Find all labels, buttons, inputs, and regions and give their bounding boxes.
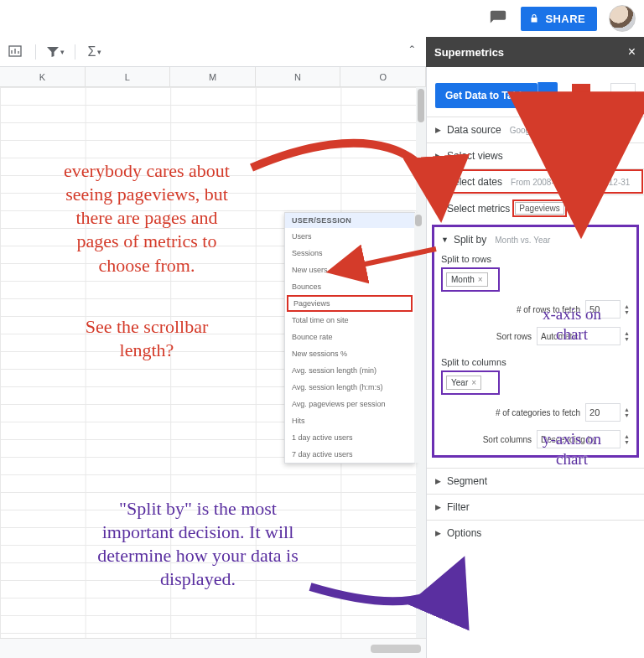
column-header[interactable]: O: [340, 67, 426, 86]
chevron-right-icon: ▶: [435, 152, 442, 160]
collapse-select-dates[interactable]: ▶ Select dates From 2008-01-01 to 2018-1…: [427, 168, 644, 194]
collapse-toolbar-icon[interactable]: ˆ: [410, 44, 414, 60]
stepper-icon[interactable]: ▲▼: [624, 303, 630, 315]
get-data-button[interactable]: Get Data to Table: [435, 83, 538, 108]
dropdown-header: USER/SESSION: [285, 213, 414, 228]
dropdown-item[interactable]: Avg. pageviews per session: [285, 396, 414, 412]
remove-token-icon[interactable]: ×: [478, 275, 483, 284]
dropdown-item[interactable]: Bounces: [285, 278, 414, 295]
annotation-text: See the scrollbarlength?: [50, 315, 243, 362]
annotation-text: x-axis onchart: [522, 304, 622, 345]
sheet-toolbar: ▾ Σ▾ ˆ: [0, 37, 426, 67]
stepper-icon[interactable]: ▲▼: [624, 433, 630, 445]
dropdown-item[interactable]: Pageviews: [287, 295, 413, 312]
window-topbar: SHARE: [0, 0, 644, 37]
collapse-data-source[interactable]: ▶ Data source Google Analytics: bwhiston…: [427, 117, 644, 142]
dropdown-item[interactable]: 7 day active users: [285, 446, 414, 463]
dropdown-item[interactable]: Bounce rate: [285, 329, 414, 345]
share-button[interactable]: SHARE: [521, 7, 597, 31]
column-header-row: K L M N O: [0, 67, 426, 87]
sheet-bottombar: [0, 638, 426, 658]
dropdown-item[interactable]: Users: [285, 228, 414, 245]
annotation-text: y-axis onchart: [522, 429, 622, 470]
metric-chip: Pageviews: [515, 202, 564, 215]
split-rows-token[interactable]: Month×: [446, 272, 488, 287]
collapse-options[interactable]: ▶ Options: [427, 520, 644, 546]
remove-token-icon[interactable]: ×: [471, 378, 476, 387]
filter-icon[interactable]: ▾: [43, 40, 68, 64]
cols-fetch-input[interactable]: 20: [585, 403, 621, 422]
chart-icon[interactable]: [3, 40, 29, 64]
annotation-text: "Split by" is the mostimportant decision…: [64, 497, 332, 592]
chevron-right-icon: ▶: [435, 529, 442, 537]
dropdown-item[interactable]: New sessions %: [285, 345, 414, 362]
get-data-split-button[interactable]: ▾: [538, 82, 558, 108]
split-rows-field[interactable]: Month×: [441, 267, 500, 292]
chevron-right-icon: ▶: [435, 126, 442, 134]
column-header[interactable]: M: [170, 67, 256, 86]
metrics-dropdown[interactable]: USER/SESSION UsersSessionsNew usersBounc…: [284, 212, 415, 464]
split-rows-label: Split to rows: [441, 254, 630, 264]
dropdown-scrollbar[interactable]: [414, 213, 423, 463]
column-header[interactable]: K: [0, 67, 86, 86]
comments-icon[interactable]: [487, 8, 509, 29]
cols-fetch-label: # of categories to fetch: [496, 408, 580, 417]
functions-icon[interactable]: Σ▾: [82, 40, 107, 64]
chevron-right-icon: ▶: [435, 503, 442, 511]
close-icon[interactable]: ×: [628, 44, 636, 60]
dropdown-item[interactable]: Avg. session length (min): [285, 362, 414, 379]
annotation-text: everybody cares aboutseeing pageviews, b…: [25, 159, 268, 277]
chevron-down-icon: ▼: [441, 236, 449, 244]
collapse-select-views[interactable]: ▶ Select views: [427, 142, 644, 168]
dropdown-item[interactable]: Hits: [285, 412, 414, 429]
split-cols-token[interactable]: Year×: [446, 376, 481, 390]
column-header[interactable]: L: [86, 67, 171, 86]
chevron-right-icon: ▶: [435, 205, 442, 213]
collapse-filter[interactable]: ▶ Filter: [427, 494, 644, 520]
dropdown-item[interactable]: New users: [285, 262, 414, 278]
chevron-right-icon: ▶: [435, 477, 442, 485]
sidebar-header: Supermetrics ×: [426, 37, 644, 67]
horizontal-scrollbar[interactable]: [371, 645, 421, 653]
sidebar-body: Get Data to Table ▾ ≡ ▾ ▶ Data source Go…: [426, 67, 644, 658]
stepper-icon[interactable]: ▲▼: [624, 330, 630, 342]
sidebar-title: Supermetrics: [434, 46, 504, 59]
column-header[interactable]: N: [256, 67, 341, 86]
collapse-split-by[interactable]: ▼ Split by Month vs. Year: [441, 231, 630, 249]
dropdown-item[interactable]: Total time on site: [285, 312, 414, 329]
avatar[interactable]: [609, 5, 636, 32]
dropdown-item[interactable]: 1 day active users: [285, 429, 414, 446]
split-cols-label: Split to columns: [441, 357, 630, 367]
stepper-icon[interactable]: ▲▼: [624, 407, 630, 418]
collapse-select-metrics[interactable]: ▶ Select metrics Pageviews: [427, 194, 644, 221]
split-cols-field[interactable]: Year×: [441, 370, 500, 395]
share-label: SHARE: [545, 13, 585, 25]
collapse-segment[interactable]: ▶ Segment: [427, 468, 644, 494]
dropdown-item[interactable]: Sessions: [285, 245, 414, 262]
dropdown-item[interactable]: Avg. session length (h:m:s): [285, 379, 414, 396]
chevron-right-icon: ▶: [435, 178, 442, 186]
hamburger-menu-icon[interactable]: ≡ ▾: [610, 83, 636, 108]
